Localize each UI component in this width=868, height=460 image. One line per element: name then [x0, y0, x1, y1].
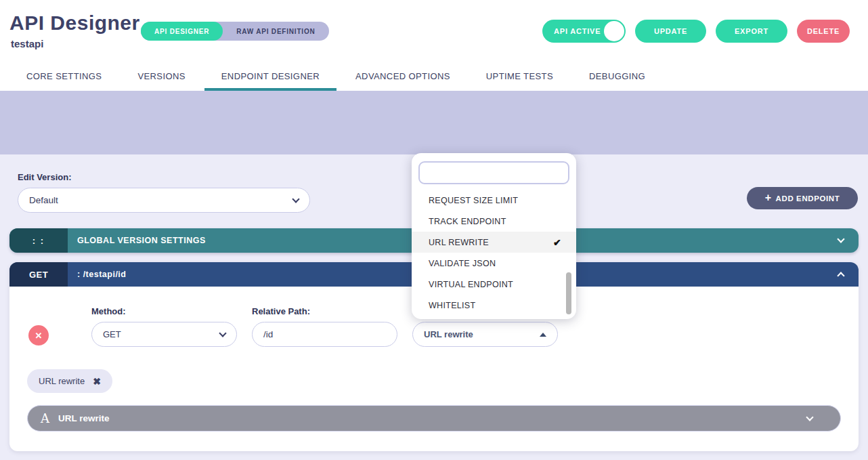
plugin-option-validate-json[interactable]: VALIDATE JSON: [412, 253, 576, 274]
designer-mode-toggle[interactable]: API DESIGNER RAW API DEFINITION: [141, 22, 329, 41]
option-label: WHITELIST: [429, 301, 475, 310]
add-endpoint-label: ADD ENDPOINT: [776, 194, 840, 203]
plugins-select[interactable]: URL rewrite: [412, 322, 558, 347]
endpoint-path-label: : /testapi/id: [77, 270, 126, 279]
plugins-search-input[interactable]: [418, 161, 569, 184]
relative-path-input[interactable]: [252, 322, 397, 347]
page-header: API Designer testapi API DESIGNER RAW AP…: [0, 0, 868, 61]
relative-path-label: Relative Path:: [252, 306, 310, 316]
plugins-dropdown: REQUEST SIZE LIMIT TRACK ENDPOINT URL RE…: [412, 153, 576, 319]
toggle-api-designer[interactable]: API DESIGNER: [141, 22, 223, 41]
chevron-down-icon: [219, 329, 226, 337]
tab-uptime-tests[interactable]: UPTIME TESTS: [486, 71, 553, 81]
header-actions: API ACTIVE UPDATE EXPORT DELETE: [542, 20, 850, 43]
endpoint-method-badge: GET: [9, 262, 68, 287]
version-select[interactable]: Default: [18, 188, 310, 213]
chevron-down-icon[interactable]: [806, 413, 813, 421]
chevron-down-icon[interactable]: [837, 235, 844, 243]
plugin-option-request-size-limit[interactable]: REQUEST SIZE LIMIT: [412, 190, 576, 211]
api-name-subtitle: testapi: [11, 38, 43, 49]
api-designer-page: API Designer testapi API DESIGNER RAW AP…: [0, 0, 868, 460]
url-rewrite-collapsible-bar[interactable]: A URL rewrite: [27, 405, 841, 432]
scrollbar-thumb[interactable]: [566, 272, 571, 314]
api-info-banner: API URL: https://tyk123.cloudv2.tyk.io/t…: [0, 91, 868, 154]
option-label: REQUEST SIZE LIMIT: [429, 196, 518, 205]
tab-debugging[interactable]: DEBUGGING: [589, 71, 645, 81]
global-version-settings-label: GLOBAL VERSION SETTINGS: [77, 236, 206, 245]
plugin-option-virtual-endpoint[interactable]: VIRTUAL ENDPOINT: [412, 274, 576, 295]
api-active-toggle[interactable]: API ACTIVE: [542, 20, 626, 43]
chevron-up-icon[interactable]: [837, 272, 844, 279]
page-title: API Designer: [9, 12, 140, 35]
tab-versions[interactable]: VERSIONS: [137, 71, 185, 81]
section-tabs: CORE SETTINGS VERSIONS ENDPOINT DESIGNER…: [0, 61, 868, 91]
plugin-chip-url-rewrite: URL rewrite ✖: [27, 369, 112, 393]
tab-core-settings[interactable]: CORE SETTINGS: [26, 71, 102, 81]
api-active-label: API ACTIVE: [554, 27, 601, 35]
text-plugin-icon: A: [41, 411, 49, 425]
tab-advanced-options[interactable]: ADVANCED OPTIONS: [355, 71, 450, 81]
option-label: TRACK ENDPOINT: [429, 217, 506, 226]
chevron-down-icon: [292, 195, 299, 203]
tab-endpoint-designer[interactable]: ENDPOINT DESIGNER: [221, 71, 320, 81]
remove-endpoint-button[interactable]: ✕: [28, 325, 49, 346]
add-endpoint-button[interactable]: + ADD ENDPOINT: [747, 187, 858, 209]
option-label: VALIDATE JSON: [429, 259, 496, 268]
plugin-option-url-rewrite[interactable]: URL REWRITE ✔: [412, 232, 576, 253]
plugins-option-list: REQUEST SIZE LIMIT TRACK ENDPOINT URL RE…: [412, 190, 576, 316]
plus-icon: +: [765, 192, 772, 204]
version-select-value: Default: [29, 195, 58, 205]
drag-handle-icon[interactable]: : :: [9, 228, 68, 253]
plugin-option-whitelist[interactable]: WHITELIST: [412, 295, 576, 316]
method-label: Method:: [91, 306, 126, 316]
caret-up-icon: [540, 333, 546, 337]
method-select[interactable]: GET: [91, 322, 237, 347]
plugin-chip-label: URL rewrite: [39, 376, 85, 386]
option-label: URL REWRITE: [429, 238, 489, 247]
edit-version-label: Edit Version:: [18, 172, 71, 182]
method-select-value: GET: [103, 329, 121, 339]
option-label: VIRTUAL ENDPOINT: [429, 280, 513, 289]
export-button[interactable]: EXPORT: [716, 20, 787, 43]
url-rewrite-bar-label: URL rewrite: [58, 413, 110, 423]
check-icon: ✔: [553, 237, 561, 248]
toggle-knob: [604, 21, 624, 41]
plugin-option-track-endpoint[interactable]: TRACK ENDPOINT: [412, 211, 576, 232]
plugins-select-value: URL rewrite: [424, 329, 473, 339]
update-button[interactable]: UPDATE: [635, 20, 706, 43]
remove-chip-icon[interactable]: ✖: [93, 377, 101, 386]
toggle-raw-api-definition[interactable]: RAW API DEFINITION: [223, 22, 328, 41]
delete-button[interactable]: DELETE: [797, 20, 850, 43]
